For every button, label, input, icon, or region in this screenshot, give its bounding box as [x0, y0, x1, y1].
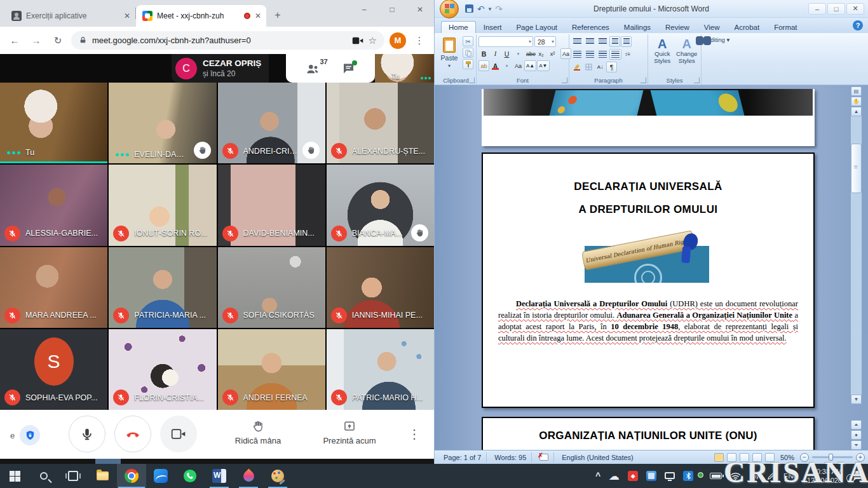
tab-page-layout[interactable]: Page Layout [509, 21, 564, 33]
clock[interactable]: 10:38 AM 12/10/2020 [807, 467, 842, 485]
align-left-button[interactable] [571, 49, 583, 60]
outline-view-button[interactable] [752, 453, 762, 462]
start-button[interactable] [0, 464, 29, 488]
maximize-button[interactable]: □ [378, 0, 406, 19]
redo-button[interactable]: ↷ [495, 4, 503, 14]
browse-object-icon[interactable]: ● [851, 430, 862, 440]
find-button[interactable]: Editing ▾ [703, 36, 733, 43]
word-taskbar-button[interactable] [205, 464, 234, 488]
cut-button[interactable]: ✂ [463, 36, 473, 46]
pan-hand-icon[interactable]: ✋ [851, 97, 862, 106]
camera-toggle-button[interactable] [160, 416, 197, 452]
word-count[interactable]: Words: 95 [489, 452, 532, 463]
chrome-taskbar-button[interactable] [117, 464, 146, 488]
close-tab-icon[interactable]: ✕ [255, 11, 261, 20]
font-color-button[interactable]: A [490, 60, 501, 71]
underline-button[interactable]: U [501, 48, 512, 59]
bluetooth-icon[interactable] [683, 471, 693, 481]
document-page-2[interactable]: DECLARAȚIA UNIVERSALĂ A DREPTURILOR OMUL… [482, 152, 815, 408]
close-tab-icon[interactable]: ✕ [124, 11, 130, 20]
document-page-1[interactable] [482, 89, 815, 146]
zoom-level[interactable]: 50% [780, 454, 794, 461]
tab-view[interactable]: View [697, 21, 727, 33]
superscript-button[interactable]: x² [547, 48, 558, 59]
clipboard-dialog-launcher[interactable] [469, 78, 475, 83]
wifi-icon[interactable] [730, 472, 741, 480]
onedrive-icon[interactable]: ☁ [609, 471, 620, 482]
video-tile[interactable]: ANDREI FERNEA [218, 329, 325, 410]
zoom-in-button[interactable]: + [856, 453, 865, 462]
save-button[interactable] [465, 4, 473, 13]
file-explorer-button[interactable] [88, 464, 117, 488]
taskbar-search-button[interactable] [29, 464, 58, 488]
decrease-indent-button[interactable] [609, 36, 620, 47]
participants-button[interactable]: 37 [306, 62, 327, 75]
tab-home[interactable]: Home [441, 21, 476, 33]
reload-button[interactable]: ↻ [50, 32, 66, 49]
zoom-slider-thumb[interactable] [829, 454, 833, 461]
close-button[interactable]: ✕ [406, 0, 434, 19]
video-tile[interactable]: ALESSIA-GABRIE... [0, 165, 107, 245]
mic-toggle-button[interactable] [69, 416, 105, 452]
subscript-button[interactable]: x₂ [536, 48, 546, 59]
tab-mailings[interactable]: Mailings [617, 21, 658, 33]
format-painter-button[interactable] [463, 59, 473, 69]
align-right-button[interactable] [597, 49, 609, 60]
underline-dropdown-icon[interactable]: ▾ [513, 48, 524, 59]
video-tile[interactable]: Tu [0, 83, 107, 163]
undo-button[interactable]: ↶ [477, 4, 485, 14]
help-icon[interactable]: ? [853, 20, 863, 30]
bullets-button[interactable] [571, 36, 583, 47]
video-tile[interactable]: IANNIS-MIHAI PE... [327, 247, 434, 328]
multilevel-list-button[interactable] [597, 36, 609, 47]
tray-blue-app-icon[interactable] [646, 471, 656, 481]
tab-meet[interactable]: Meet - xxj-cbnh-zuh ✕ [136, 5, 266, 27]
print-layout-view-button[interactable] [714, 453, 724, 462]
font-dialog-launcher[interactable] [562, 78, 567, 83]
new-tab-button[interactable]: + [269, 6, 287, 24]
undo-dropdown-icon[interactable]: ▾ [489, 6, 492, 12]
change-styles-button[interactable]: A Change Styles [676, 37, 698, 65]
windows-ink-icon[interactable] [767, 472, 775, 480]
display-icon[interactable] [665, 472, 675, 479]
video-tile[interactable]: PATRICIA-MARIA ... [109, 247, 216, 328]
previous-page-icon[interactable]: ⏶ [851, 420, 862, 430]
paragraph-dialog-launcher[interactable] [641, 78, 646, 83]
tab-review[interactable]: Review [658, 21, 696, 33]
video-tile[interactable]: PATRIC-MARIO H... [327, 329, 434, 410]
font-color-dropdown-icon[interactable]: ▾ [501, 60, 512, 71]
task-view-button[interactable] [58, 464, 88, 488]
shading-button[interactable] [571, 62, 583, 72]
video-tile[interactable]: ALEXANDRU-ȘTE... [327, 83, 434, 163]
more-options-icon[interactable]: ⋮ [408, 426, 421, 442]
change-case-button[interactable]: Aa [513, 60, 524, 71]
chat-button[interactable] [342, 62, 355, 75]
forward-button[interactable]: → [28, 32, 44, 49]
bold-button[interactable]: B [478, 48, 489, 59]
tab-acrobat[interactable]: Acrobat [727, 21, 766, 33]
tab-format[interactable]: Format [767, 21, 804, 33]
volume-icon[interactable] [749, 472, 759, 480]
chrome-menu-icon[interactable]: ⋮ [411, 32, 428, 49]
video-tile[interactable]: DAVID-BENIAMIN... [218, 165, 325, 245]
office-button[interactable] [440, 0, 459, 18]
meeting-safety-icon[interactable] [20, 425, 40, 445]
language-indicator[interactable]: English (United States) [557, 452, 639, 463]
paste-button[interactable]: Paste ▾ [438, 36, 461, 69]
web-layout-view-button[interactable] [740, 453, 749, 462]
video-tile[interactable]: MARA ANDREEA ... [0, 247, 107, 328]
quick-styles-button[interactable]: A Quick Styles [651, 37, 674, 65]
language-indicator[interactable]: ENG [783, 472, 799, 480]
account-avatar[interactable]: M [390, 32, 406, 49]
line-spacing-button[interactable]: ↕≡ [622, 49, 633, 60]
minimize-button[interactable]: – [350, 0, 378, 19]
address-bar[interactable]: meet.google.com/xxj-cbnh-zuh?authuser=0 … [71, 31, 384, 50]
italic-button[interactable]: I [490, 48, 501, 59]
tab-exercitii[interactable]: Exerciții aplicative ✕ [5, 5, 135, 27]
scroll-down-icon[interactable]: ▼ [851, 395, 862, 404]
paint-taskbar-button[interactable] [263, 464, 292, 488]
self-view-thumbnail[interactable]: Tu [375, 54, 434, 83]
draft-view-button[interactable] [765, 453, 775, 462]
shrink-font-button[interactable]: A▼ [537, 60, 549, 71]
copy-button[interactable] [463, 48, 473, 58]
